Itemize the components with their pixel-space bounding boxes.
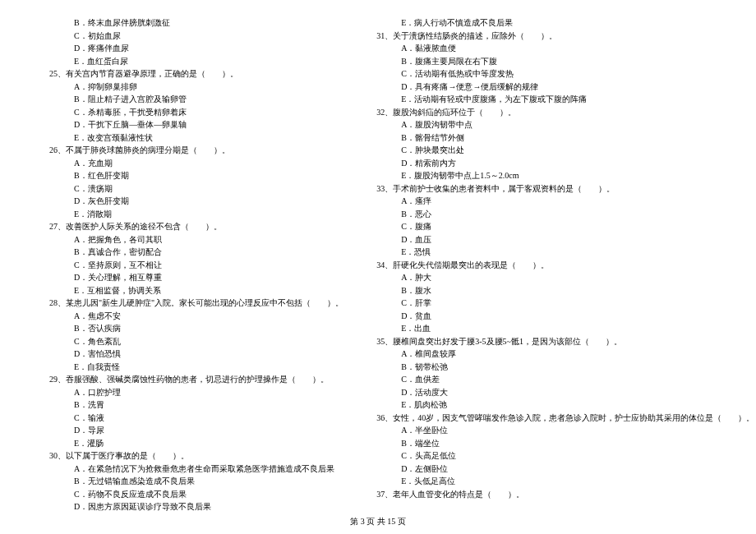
option-line: E．消散期 [49,208,343,221]
question-line: 25、有关宫内节育器避孕原理，正确的是（ ）。 [49,67,343,81]
option-line: B．韧带松弛 [376,361,754,374]
option-line: C．血供差 [376,373,754,386]
option-line: E．改变宫颈黏液性状 [49,131,343,145]
question-line: 27、改善医护人际关系的途径不包含（ ）。 [49,220,343,233]
option-line: C．坚持原则，互不相让 [49,259,343,272]
option-line: E．腹股沟韧带中点上1.5～2.0cm [376,169,754,182]
option-line: E．肌肉松弛 [376,398,754,412]
option-line: D．因患方原因延误诊疗导致不良后果 [49,500,343,513]
left-column: B．终末血尿伴膀胱刺激征C．初始血尿D．疼痛伴血尿E．血红蛋白尿25、有关宫内节… [49,16,343,501]
option-line: C．头高足低位 [376,449,754,463]
option-line: E．头低足高位 [376,475,754,488]
option-line: E．血红蛋白尿 [49,55,343,68]
option-line: B．腹痛主要局限在右下腹 [376,55,754,68]
option-line: E．互相监督，协调关系 [49,284,343,297]
question-line: 36、女性，40岁，因支气管哮喘发作急诊入院，患者急诊入院时，护士应协助其采用的… [376,412,754,425]
option-line: D．导尿 [49,424,343,437]
question-line: 31、关于溃疡性结肠炎的描述，应除外（ ）。 [376,30,754,43]
option-line: E．灌肠 [49,437,343,450]
question-line: 37、老年人血管变化的特点是（ ）。 [376,488,754,501]
question-line: 35、腰椎间盘突出好发于腰3-5及腰5~骶1，是因为该部位（ ）。 [376,335,754,348]
option-line: E．恐惧 [376,246,754,259]
option-line: A．口腔护理 [49,386,343,399]
option-line: A．瘙痒 [376,195,754,208]
question-line: 33、手术前护士收集的患者资料中，属于客观资料的是（ ）。 [376,182,754,196]
question-line: 28、某患儿因"新生儿硬肿症"入院。家长可能出现的心理反应中不包括（ ）。 [49,297,343,310]
option-line: D．关心理解，相互尊重 [49,271,343,284]
option-line: C．溃疡期 [49,182,343,196]
option-line: A．肿大 [376,271,754,284]
option-line: B．洗胃 [49,398,343,412]
option-line: A．焦虑不安 [49,310,343,323]
option-line: D．具有疼痛→便意→便后缓解的规律 [376,81,754,94]
option-line: D．疼痛伴血尿 [49,42,343,55]
option-line: B．红色肝变期 [49,169,343,182]
option-line: C．药物不良反应造成不良后果 [49,488,343,501]
question-line: 26、不属于肺炎球菌肺炎的病理分期是（ ）。 [49,144,343,157]
option-line: B．腹水 [376,284,754,297]
option-line: C．腹痛 [376,220,754,233]
option-line: B．真诚合作，密切配合 [49,246,343,259]
option-line: C．肝掌 [376,297,754,310]
right-column: E．病人行动不慎造成不良后果31、关于溃疡性结肠炎的描述，应除外（ ）。A．黏液… [376,16,754,501]
question-line: 30、以下属于医疗事故的是（ ）。 [49,449,343,463]
option-line: B．否认疾病 [49,322,343,335]
option-line: C．肿块最突出处 [376,144,754,157]
option-line: E．出血 [376,322,754,335]
option-line: E．活动期有轻或中度腹痛，为左下腹或下腹的阵痛 [376,93,754,106]
option-line: B．端坐位 [376,437,754,450]
page-footer: 第 3 页 共 15 页 [0,516,756,527]
option-line: D．贫血 [376,310,754,323]
option-line: E．病人行动不慎造成不良后果 [376,16,754,30]
option-line: B．髂骨结节外侧 [376,131,754,145]
option-line: A．在紧急情况下为抢救垂危患者生命而采取紧急医学措施造成不良后果 [49,463,343,476]
option-line: C．角色紊乱 [49,335,343,348]
question-line: 34、肝硬化失代偿期最突出的表现是（ ）。 [376,259,754,272]
question-line: 32、腹股沟斜疝的疝环位于（ ）。 [376,106,754,119]
option-line: A．把握角色，各司其职 [49,233,343,246]
option-line: B．终末血尿伴膀胱刺激征 [49,16,343,30]
option-line: D．干扰下丘脑—垂体—卵巢轴 [49,118,343,131]
option-line: E．自我责怪 [49,361,343,374]
option-line: A．黏液脓血便 [376,42,754,55]
page-columns: B．终末血尿伴膀胱刺激征C．初始血尿D．疼痛伴血尿E．血红蛋白尿25、有关宫内节… [49,16,707,501]
question-line: 29、吞服强酸、强碱类腐蚀性药物的患者，切忌进行的护理操作是（ ）。 [49,373,343,386]
option-line: C．杀精毒胚，干扰受精卵着床 [49,106,343,119]
option-line: A．腹股沟韧带中点 [376,118,754,131]
option-line: D．精索前内方 [376,157,754,170]
option-line: D．左侧卧位 [376,463,754,476]
option-line: A．半坐卧位 [376,424,754,437]
option-line: B．恶心 [376,208,754,221]
option-line: C．活动期有低热或中等度发热 [376,67,754,81]
option-line: D．害怕恐惧 [49,348,343,361]
option-line: D．灰色肝变期 [49,195,343,208]
option-line: A．椎间盘较厚 [376,348,754,361]
option-line: B．阻止精子进入宫腔及输卵管 [49,93,343,106]
option-line: D．血压 [376,233,754,246]
option-line: A．充血期 [49,157,343,170]
option-line: A．抑制卵巢排卵 [49,81,343,94]
option-line: C．初始血尿 [49,30,343,43]
option-line: B．无过错输血感染造成不良后果 [49,475,343,488]
option-line: C．输液 [49,412,343,425]
option-line: D．活动度大 [376,386,754,399]
